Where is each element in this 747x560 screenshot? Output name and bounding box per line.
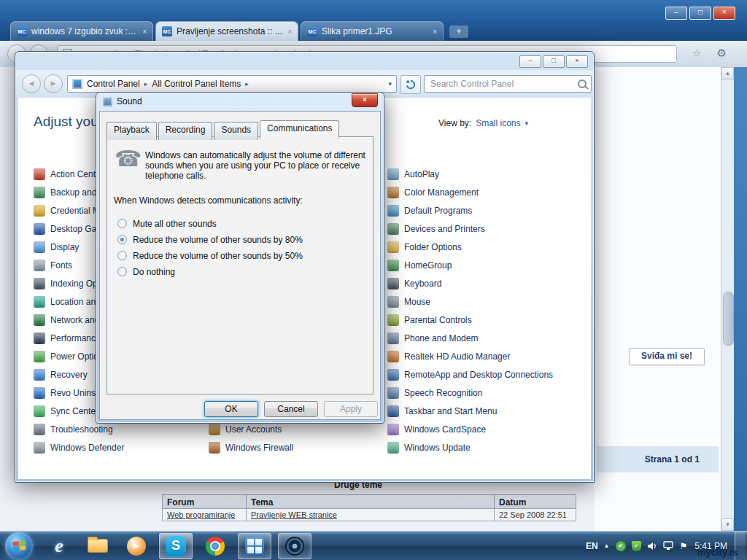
control-panel-item[interactable]: Windows CardSpace: [387, 420, 553, 438]
screenshot-tool-button[interactable]: [238, 533, 271, 559]
control-panel-item[interactable]: RemoteApp and Desktop Connections: [387, 365, 553, 384]
chevron-down-icon[interactable]: ▾: [388, 80, 392, 88]
dialog-title: Sound: [117, 96, 142, 106]
minimize-button[interactable]: –: [519, 55, 541, 68]
status-check-icon[interactable]: ✔: [616, 541, 626, 551]
tab-communications[interactable]: Communications: [260, 120, 339, 139]
control-panel-item[interactable]: Parental Controls: [387, 311, 553, 329]
security-shield-icon[interactable]: ✔: [632, 541, 641, 551]
radio-option-reduce-50[interactable]: Reduce the volume of other sounds by 50%: [117, 251, 303, 260]
browser-close-button[interactable]: ×: [713, 7, 735, 20]
browser-tab-3[interactable]: MC Slika primer1.JPG ×: [301, 21, 444, 41]
new-tab-button[interactable]: +: [449, 26, 468, 38]
breadcrumb-root[interactable]: Control Panel: [87, 79, 140, 89]
back-button[interactable]: ◄: [22, 74, 41, 93]
breadcrumb-section[interactable]: All Control Panel Items: [152, 79, 241, 89]
control-panel-item[interactable]: Color Management: [387, 183, 553, 201]
network-icon[interactable]: [663, 541, 674, 551]
dialog-close-button[interactable]: ×: [352, 93, 378, 107]
control-panel-item[interactable]: Phone and Modem: [387, 329, 553, 347]
item-icon: [387, 187, 399, 198]
audio-app-button[interactable]: [278, 533, 311, 559]
chevron-right-icon[interactable]: ▸: [144, 80, 148, 88]
radio-option-do-nothing[interactable]: Do nothing: [117, 267, 303, 276]
search-icon[interactable]: [578, 79, 587, 88]
chrome-button[interactable]: [199, 534, 231, 559]
action-center-flag-icon[interactable]: ⚑: [680, 541, 688, 551]
column-header: Tema: [246, 494, 494, 509]
explorer-button[interactable]: [82, 534, 114, 559]
browser-minimize-button[interactable]: –: [665, 7, 687, 20]
browser-tab-2[interactable]: MC Pravljenje screenshota :: ... ×: [155, 21, 298, 41]
apply-button[interactable]: Apply: [324, 401, 378, 417]
bookmark-star-icon[interactable]: ☆: [692, 47, 702, 60]
scroll-up-icon[interactable]: ▲: [721, 67, 734, 79]
facebook-like-button[interactable]: Sviđa mi se!: [629, 348, 705, 365]
topic-date: 22 Sep 2008 22:51: [494, 509, 576, 521]
skype-button[interactable]: S: [159, 533, 193, 559]
chevron-down-icon[interactable]: ▾: [525, 120, 529, 127]
breadcrumb[interactable]: Control Panel ▸ All Control Panel Items …: [67, 75, 397, 93]
tab-title: Pravljenje screenshota :: ...: [177, 26, 283, 36]
radio-icon[interactable]: [117, 251, 127, 260]
tab-sounds[interactable]: Sounds: [214, 122, 258, 140]
tab-title: Slika primer1.JPG: [322, 26, 428, 36]
scroll-down-icon[interactable]: ▼: [721, 518, 734, 531]
tab-playback[interactable]: Playback: [107, 122, 157, 140]
cancel-button[interactable]: Cancel: [264, 401, 318, 417]
control-panel-item[interactable]: Default Programs: [387, 201, 553, 219]
radio-option-mute-all[interactable]: Mute all other sounds: [117, 219, 303, 228]
communications-tab-page: ☎ Windows can automatically adjust the v…: [107, 136, 374, 394]
internet-explorer-button[interactable]: e: [43, 534, 75, 559]
radio-icon[interactable]: [117, 235, 127, 244]
control-panel-item[interactable]: Folder Options: [387, 238, 553, 256]
tab-close-icon[interactable]: ×: [142, 28, 147, 36]
taskbar: e ▶ S EN ▲ ✔ ✔ ⚑ 5:41 PM: [0, 531, 747, 560]
control-panel-item[interactable]: Windows Defender: [34, 438, 187, 456]
forum-link[interactable]: Web programiranje: [162, 509, 246, 521]
control-panel-item[interactable]: Devices and Printers: [387, 219, 553, 238]
language-indicator[interactable]: EN: [586, 541, 598, 551]
item-icon: [34, 223, 45, 235]
items-column-right: AutoPlay Color Management Default Progra…: [387, 165, 553, 456]
item-icon: [387, 387, 399, 399]
media-player-icon: ▶: [127, 537, 146, 556]
radio-icon[interactable]: [117, 219, 127, 228]
page-scrollbar[interactable]: ▲ ▼: [721, 67, 734, 531]
ok-button[interactable]: OK: [204, 401, 258, 417]
chevron-right-icon[interactable]: ▸: [245, 80, 249, 88]
tab-close-icon[interactable]: ×: [433, 28, 437, 36]
control-panel-item[interactable]: AutoPlay: [387, 165, 553, 183]
control-panel-item[interactable]: Speech Recognition: [387, 384, 553, 402]
tab-close-icon[interactable]: ×: [287, 28, 292, 36]
search-input[interactable]: [429, 78, 573, 90]
item-icon: [34, 241, 45, 253]
close-button[interactable]: ×: [566, 55, 588, 68]
browser-tab-strip: MC windows 7 izgubio zvuk :: ... × MC Pr…: [10, 21, 468, 41]
tab-recording[interactable]: Recording: [158, 122, 213, 140]
topic-link[interactable]: Pravljenje WEB stranice: [246, 509, 494, 521]
media-player-button[interactable]: ▶: [120, 534, 152, 559]
show-hidden-icons-button[interactable]: ▲: [604, 542, 610, 549]
browser-maximize-button[interactable]: □: [689, 7, 711, 20]
radio-option-reduce-80[interactable]: Reduce the volume of other sounds by 80%: [117, 235, 303, 244]
control-panel-item[interactable]: Mouse: [387, 292, 553, 311]
search-box[interactable]: [424, 75, 592, 93]
control-panel-item[interactable]: Keyboard: [387, 274, 553, 292]
forward-button[interactable]: ►: [44, 74, 63, 93]
control-panel-item[interactable]: Realtek HD Audio Manager: [387, 347, 553, 365]
scrollbar-thumb[interactable]: [723, 292, 734, 346]
refresh-button[interactable]: [400, 75, 421, 94]
browser-menu-icon[interactable]: ⚙: [717, 47, 727, 60]
volume-icon[interactable]: [647, 542, 657, 551]
browser-tab-1[interactable]: MC windows 7 izgubio zvuk :: ... ×: [10, 21, 153, 41]
maximize-button[interactable]: □: [543, 55, 565, 68]
start-button[interactable]: [5, 532, 33, 560]
control-panel-item[interactable]: Windows Update: [387, 438, 553, 456]
control-panel-item[interactable]: HomeGroup: [387, 256, 553, 274]
item-icon: [387, 205, 399, 217]
radio-icon[interactable]: [117, 267, 127, 276]
view-by-value[interactable]: Small icons: [476, 118, 520, 128]
control-panel-item[interactable]: Taskbar and Start Menu: [387, 402, 553, 420]
control-panel-item[interactable]: Windows Firewall: [209, 438, 293, 456]
